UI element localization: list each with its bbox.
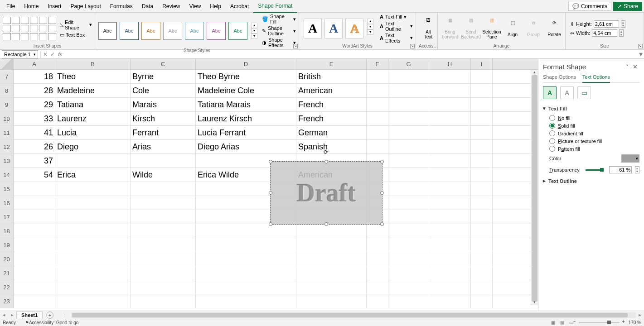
cell-I8[interactable]	[471, 84, 493, 97]
vscroll-thumb[interactable]	[532, 75, 537, 302]
cell-G18[interactable]	[388, 224, 429, 238]
cell-C18[interactable]	[131, 224, 196, 238]
gallery-up[interactable]: ▴	[251, 23, 257, 28]
cell-E10[interactable]: French	[296, 112, 367, 125]
edit-shape-button[interactable]: ◺Edit Shape▾	[60, 19, 92, 30]
row-header-20[interactable]: 20	[0, 252, 14, 266]
cell-C10[interactable]: Kirsch	[131, 112, 196, 125]
expand-formula-bar[interactable]: ▾	[638, 50, 644, 58]
group-button[interactable]: ⧉Group	[524, 19, 543, 38]
cell-B16[interactable]	[55, 196, 131, 210]
style-thumb-6[interactable]: Abc	[207, 22, 226, 40]
height-up[interactable]: ▴	[621, 21, 625, 24]
col-header-C[interactable]: C	[131, 59, 196, 69]
sheet-tab-1[interactable]: Sheet1	[16, 312, 43, 318]
cell-B10[interactable]: Laurenz	[55, 112, 131, 125]
cell-A9[interactable]: 29	[14, 98, 55, 111]
wordart-thumb-3[interactable]: A	[345, 19, 363, 38]
cell-H8[interactable]	[429, 84, 471, 97]
cell-H23[interactable]	[429, 294, 471, 308]
cell-G19[interactable]	[388, 238, 429, 252]
hscroll-right[interactable]: ▸	[636, 312, 644, 318]
style-thumb-5[interactable]: Abc	[185, 22, 204, 40]
resize-handle-sw[interactable]	[269, 222, 272, 226]
shape-effects-button[interactable]: ◑Shape Effects▾	[262, 37, 296, 48]
cell-D8[interactable]: Madeleine Cole	[196, 84, 296, 97]
cell-E8[interactable]: American	[296, 84, 367, 97]
section-text-fill[interactable]: ▾Text Fill	[543, 103, 639, 114]
cell-A21[interactable]	[14, 266, 55, 280]
cell-D21[interactable]	[196, 266, 296, 280]
cell-E11[interactable]: German	[296, 126, 367, 139]
cell-I11[interactable]	[471, 126, 493, 139]
cell-I15[interactable]	[471, 182, 493, 196]
text-fill-outline-icon[interactable]: A	[543, 86, 557, 99]
cell-G16[interactable]	[388, 196, 429, 210]
cell-C14[interactable]: Wilde	[131, 168, 196, 182]
cell-A23[interactable]	[14, 294, 55, 308]
add-sheet-button[interactable]: +	[46, 312, 53, 319]
scroll-up-arrow[interactable]: ▴	[531, 70, 538, 75]
cell-G11[interactable]	[388, 126, 429, 139]
cell-D22[interactable]	[196, 280, 296, 294]
cell-A22[interactable]	[14, 280, 55, 294]
style-thumb-2[interactable]: Abc	[120, 22, 139, 40]
text-effects-button[interactable]: AText Effects▾	[380, 33, 413, 43]
cell-C22[interactable]	[131, 280, 196, 294]
menu-page-layout[interactable]: Page Layout	[66, 0, 105, 13]
menu-data[interactable]: Data	[137, 0, 158, 13]
cell-A18[interactable]	[14, 224, 55, 238]
cell-D11[interactable]: Lucia Ferrant	[196, 126, 296, 139]
panel-collapse-icon[interactable]: ˅	[624, 63, 631, 70]
view-normal-icon[interactable]: ▦	[549, 320, 558, 325]
bring-forward-button[interactable]: ▦Bring Forward	[441, 17, 460, 40]
tab-shape-options[interactable]: Shape Options	[543, 74, 576, 80]
cell-F12[interactable]	[367, 140, 388, 153]
cell-E21[interactable]	[296, 266, 367, 280]
selected-shape-rectangle[interactable]: ⟳ Draft	[270, 161, 383, 225]
cell-A13[interactable]: 37	[14, 154, 55, 168]
cell-I9[interactable]	[471, 98, 493, 111]
cell-I19[interactable]	[471, 238, 493, 252]
text-effects-icon-panel[interactable]: A	[560, 86, 574, 99]
cell-H10[interactable]	[429, 112, 471, 125]
cell-F20[interactable]	[367, 252, 388, 266]
cell-E23[interactable]	[296, 294, 367, 308]
cell-B23[interactable]	[55, 294, 131, 308]
cell-H7[interactable]	[429, 70, 471, 83]
wa-more[interactable]: ▾	[367, 29, 373, 35]
color-picker-button[interactable]: ▾	[621, 154, 639, 163]
cell-A16[interactable]	[14, 196, 55, 210]
cell-B22[interactable]	[55, 280, 131, 294]
cell-I18[interactable]	[471, 224, 493, 238]
col-header-I[interactable]: I	[471, 59, 493, 69]
cell-D18[interactable]	[196, 224, 296, 238]
cell-F23[interactable]	[367, 294, 388, 308]
cell-F10[interactable]	[367, 112, 388, 125]
menu-insert[interactable]: Insert	[43, 0, 66, 13]
cell-C21[interactable]	[131, 266, 196, 280]
cell-C13[interactable]	[131, 154, 196, 168]
row-header-11[interactable]: 11	[0, 126, 14, 139]
status-accessibility[interactable]: Accessibility: Good to go	[29, 320, 79, 325]
shape-fill-button[interactable]: 🪣Shape Fill▾	[262, 14, 296, 24]
cell-C7[interactable]: Byrne	[131, 70, 196, 83]
cell-I23[interactable]	[471, 294, 493, 308]
sheet-nav-next[interactable]: ▸	[8, 312, 16, 318]
cell-I22[interactable]	[471, 280, 493, 294]
menu-review[interactable]: Review	[158, 0, 184, 13]
wa-up[interactable]: ▴	[367, 19, 373, 24]
cell-G13[interactable]	[388, 154, 429, 168]
width-input[interactable]	[592, 29, 617, 37]
text-outline-button[interactable]: AText Outline▾	[380, 21, 413, 32]
menu-help[interactable]: Help	[205, 0, 226, 13]
resize-handle-w[interactable]	[269, 191, 272, 195]
radio-no-fill[interactable]: No fill	[549, 114, 639, 122]
cell-E18[interactable]	[296, 224, 367, 238]
tab-text-options[interactable]: Text Options	[582, 74, 610, 83]
vertical-scrollbar[interactable]: ▴ ▾	[531, 70, 538, 305]
shape-style-gallery[interactable]: Abc Abc Abc Abc Abc Abc Abc ▴▾▾	[98, 22, 257, 40]
fx-icon[interactable]: fx	[56, 52, 64, 57]
cell-G14[interactable]	[388, 168, 429, 182]
cell-H20[interactable]	[429, 252, 471, 266]
